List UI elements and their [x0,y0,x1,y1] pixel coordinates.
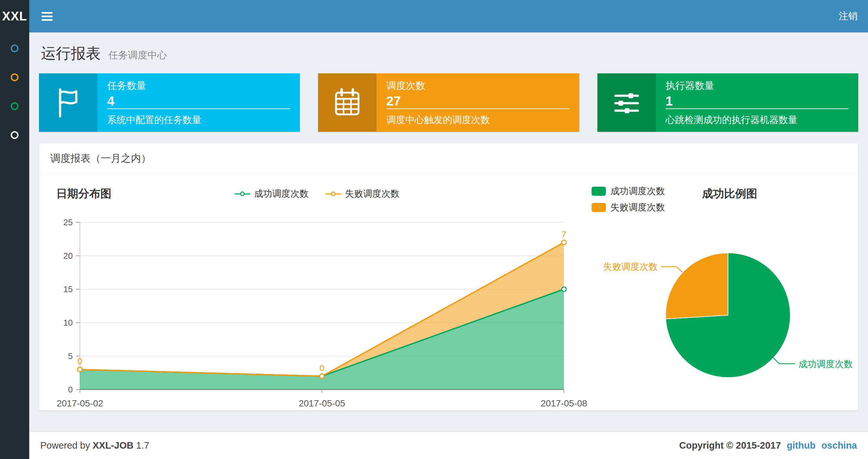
flag-icon [39,73,97,132]
sidebar-item-jobs[interactable] [0,63,29,92]
pie-chart-legend: 成功调度次数 失败调度次数 [592,185,665,214]
github-link[interactable]: github [787,440,816,451]
line-chart-legend: 成功调度次数 失败调度次数 [235,188,400,200]
hamburger-icon [41,12,53,13]
svg-text:2017-05-08: 2017-05-08 [540,398,587,408]
svg-text:失败调度次数: 失败调度次数 [603,262,657,272]
sidebar-toggle-button[interactable] [40,7,55,25]
svg-text:0: 0 [320,363,324,373]
main-footer: Powered by XXL-JOB 1.7 Copyright © 2015-… [29,431,868,459]
legend-label: 成功调度次数 [254,188,309,200]
sidebar-item-executors[interactable] [0,121,29,149]
chart-title: 日期分布图 [56,186,112,201]
svg-text:7: 7 [562,230,566,239]
info-box-desc: 心跳检测成功的执行器机器数量 [665,109,848,127]
circle-outline-icon [11,131,19,139]
xxl-logo[interactable]: XXL [0,0,29,32]
top-navbar: XXL 注销 [0,0,868,32]
legend-item-success[interactable]: 成功调度次数 [592,185,665,197]
legend-label: 失败调度次数 [345,188,400,200]
svg-text:20: 20 [63,251,73,261]
sliders-icon [597,73,656,132]
legend-line-marker-icon [235,194,250,194]
info-box-title: 调度次数 [386,79,569,93]
info-box-executor-count: 执行器数量 1 心跳检测成功的执行器机器数量 [597,73,858,132]
success-ratio-chart: 成功调度次数 失败调度次数 成功比例图 成功调度次数失败调度次数 [585,182,848,402]
svg-text:25: 25 [63,218,73,227]
legend-item-fail[interactable]: 失败调度次数 [326,188,400,200]
svg-text:15: 15 [63,284,73,294]
panel-title: 调度报表（一月之内） [39,143,858,174]
content-wrapper: 运行报表 任务调度中心 任务数量 4 系统中配置的任务数量 [29,32,868,431]
sidebar-item-report[interactable] [0,34,29,63]
info-box-number: 27 [386,94,569,108]
svg-text:2017-05-02: 2017-05-02 [57,398,103,408]
info-box-desc: 系统中配置的任务数量 [107,109,290,127]
report-panel: 调度报表（一月之内） 日期分布图 成功调度次数 [39,143,858,411]
info-box-task-count: 任务数量 4 系统中配置的任务数量 [39,73,300,132]
sidebar-item-logs[interactable] [0,92,29,121]
info-box-title: 执行器数量 [665,79,848,93]
info-box-title: 任务数量 [107,79,290,93]
date-distribution-chart: 日期分布图 成功调度次数 失败调度次数 0510 [49,182,585,402]
copyright-text: Copyright © 2015-2017 [679,440,781,451]
date-distribution-plot: 05101520252017-05-022017-05-052017-05-08… [49,221,575,416]
svg-text:10: 10 [63,318,73,328]
legend-swatch-icon [592,187,606,196]
svg-text:0: 0 [78,356,82,366]
svg-text:2017-05-05: 2017-05-05 [299,398,345,408]
circle-outline-icon [11,102,19,110]
legend-item-success[interactable]: 成功调度次数 [235,188,309,200]
page-header: 运行报表 任务调度中心 [39,39,858,73]
info-box-trigger-count: 调度次数 27 调度中心触发的调度次数 [318,73,579,132]
chart-title: 成功比例图 [702,186,757,201]
page-subtitle: 任务调度中心 [108,50,167,60]
sidebar-nav [0,32,29,459]
success-ratio-plot: 成功调度次数失败调度次数 [585,210,855,398]
circle-outline-icon [11,73,19,81]
powered-by-text: Powered by XXL-JOB 1.7 [40,440,149,451]
navbar-main: 注销 [29,0,868,32]
svg-text:成功调度次数: 成功调度次数 [799,359,853,369]
legend-label: 成功调度次数 [610,185,665,197]
circle-outline-icon [11,44,19,52]
legend-line-marker-icon [326,194,341,194]
oschina-link[interactable]: oschina [821,440,857,451]
logout-link[interactable]: 注销 [839,10,858,23]
summary-boxes: 任务数量 4 系统中配置的任务数量 调度次数 27 调度中心触发的调度次数 [39,73,858,132]
page-title: 运行报表 [41,45,101,62]
info-box-desc: 调度中心触发的调度次数 [386,109,569,127]
svg-text:0: 0 [68,385,73,394]
calendar-icon [318,73,376,132]
info-box-number: 1 [665,94,848,108]
info-box-number: 4 [107,94,290,108]
svg-text:5: 5 [68,351,73,361]
